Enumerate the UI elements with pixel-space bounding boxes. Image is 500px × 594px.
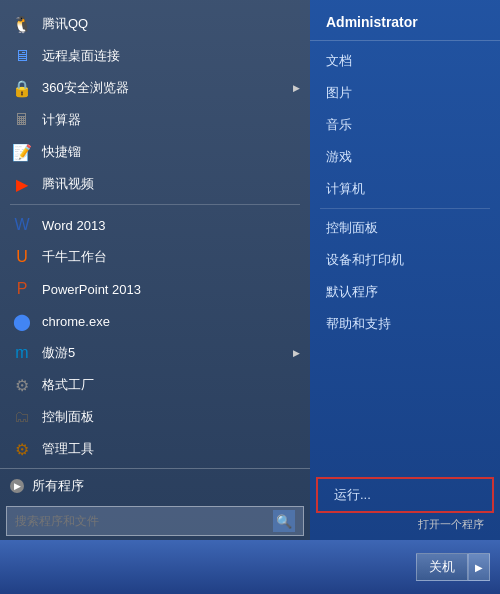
right-item-help[interactable]: 帮助和支持 <box>310 308 500 340</box>
user-name: Administrator <box>310 8 500 41</box>
calc-label: 计算器 <box>42 111 81 129</box>
run-label: 运行... <box>334 487 371 502</box>
app-item-manage[interactable]: ⚙管理工具 <box>0 433 310 465</box>
right-item-pictures[interactable]: 图片 <box>310 77 500 109</box>
divider <box>10 204 300 205</box>
app-list: 🐧腾讯QQ🖥远程桌面连接🔒360安全浏览器🖩计算器📝快捷镏▶腾讯视频WWord … <box>0 0 310 468</box>
360-icon: 🔒 <box>10 76 34 100</box>
left-panel: 🐧腾讯QQ🖥远程桌面连接🔒360安全浏览器🖩计算器📝快捷镏▶腾讯视频WWord … <box>0 0 310 540</box>
manage-icon: ⚙ <box>10 437 34 461</box>
run-note: 打开一个程序 <box>310 515 500 534</box>
right-item-music[interactable]: 音乐 <box>310 109 500 141</box>
app-item-remote-desktop[interactable]: 🖥远程桌面连接 <box>0 40 310 72</box>
ppt-label: PowerPoint 2013 <box>42 282 141 297</box>
app-item-calc[interactable]: 🖩计算器 <box>0 104 310 136</box>
qq-label: 腾讯QQ <box>42 15 88 33</box>
app-item-chrome[interactable]: ⬤chrome.exe <box>0 305 310 337</box>
video-icon: ▶ <box>10 172 34 196</box>
shutdown-button[interactable]: 关机 <box>416 553 468 581</box>
search-bar: 🔍 <box>6 506 304 536</box>
remote-desktop-icon: 🖥 <box>10 44 34 68</box>
aoyou-label: 傲游5 <box>42 344 75 362</box>
shutdown-arrow-button[interactable]: ▶ <box>468 553 490 581</box>
app-item-notepad[interactable]: 📝快捷镏 <box>0 136 310 168</box>
qianniu-label: 千牛工作台 <box>42 248 107 266</box>
app-item-aoyou[interactable]: m傲游5 <box>0 337 310 369</box>
shutdown-label: 关机 <box>429 558 455 576</box>
remote-desktop-label: 远程桌面连接 <box>42 47 120 65</box>
all-programs-label: 所有程序 <box>32 477 84 495</box>
app-item-360[interactable]: 🔒360安全浏览器 <box>0 72 310 104</box>
ppt-icon: P <box>10 277 34 301</box>
app-item-control[interactable]: 🗂控制面板 <box>0 401 310 433</box>
chrome-icon: ⬤ <box>10 309 34 333</box>
app-item-qianniu[interactable]: U千牛工作台 <box>0 241 310 273</box>
right-panel: Administrator 文档图片音乐游戏计算机控制面板设备和打印机默认程序帮… <box>310 0 500 540</box>
format-label: 格式工厂 <box>42 376 94 394</box>
right-item-devices[interactable]: 设备和打印机 <box>310 244 500 276</box>
start-menu: 🐧腾讯QQ🖥远程桌面连接🔒360安全浏览器🖩计算器📝快捷镏▶腾讯视频WWord … <box>0 0 500 540</box>
control-icon: 🗂 <box>10 405 34 429</box>
manage-label: 管理工具 <box>42 440 94 458</box>
all-programs-button[interactable]: ▶ 所有程序 <box>0 468 310 502</box>
word-label: Word 2013 <box>42 218 105 233</box>
app-item-format[interactable]: ⚙格式工厂 <box>0 369 310 401</box>
calc-icon: 🖩 <box>10 108 34 132</box>
qq-icon: 🐧 <box>10 12 34 36</box>
right-item-default-programs[interactable]: 默认程序 <box>310 276 500 308</box>
search-input[interactable] <box>15 514 273 528</box>
shutdown-arrow-icon: ▶ <box>475 562 483 573</box>
search-icon[interactable]: 🔍 <box>273 510 295 532</box>
qianniu-icon: U <box>10 245 34 269</box>
right-item-control-panel[interactable]: 控制面板 <box>310 212 500 244</box>
taskbar: 关机 ▶ <box>0 540 500 594</box>
video-label: 腾讯视频 <box>42 175 94 193</box>
notepad-icon: 📝 <box>10 140 34 164</box>
right-item-computer[interactable]: 计算机 <box>310 173 500 205</box>
control-label: 控制面板 <box>42 408 94 426</box>
chrome-label: chrome.exe <box>42 314 110 329</box>
app-item-qq[interactable]: 🐧腾讯QQ <box>0 8 310 40</box>
format-icon: ⚙ <box>10 373 34 397</box>
360-label: 360安全浏览器 <box>42 79 129 97</box>
app-item-word[interactable]: WWord 2013 <box>0 209 310 241</box>
right-item-documents[interactable]: 文档 <box>310 45 500 77</box>
app-item-video[interactable]: ▶腾讯视频 <box>0 168 310 200</box>
notepad-label: 快捷镏 <box>42 143 81 161</box>
app-item-ppt[interactable]: PPowerPoint 2013 <box>0 273 310 305</box>
run-button[interactable]: 运行... <box>316 477 494 513</box>
right-divider <box>320 208 490 209</box>
all-programs-arrow-icon: ▶ <box>10 479 24 493</box>
aoyou-icon: m <box>10 341 34 365</box>
right-item-games[interactable]: 游戏 <box>310 141 500 173</box>
right-items-container: 文档图片音乐游戏计算机控制面板设备和打印机默认程序帮助和支持 <box>310 45 500 340</box>
word-icon: W <box>10 213 34 237</box>
